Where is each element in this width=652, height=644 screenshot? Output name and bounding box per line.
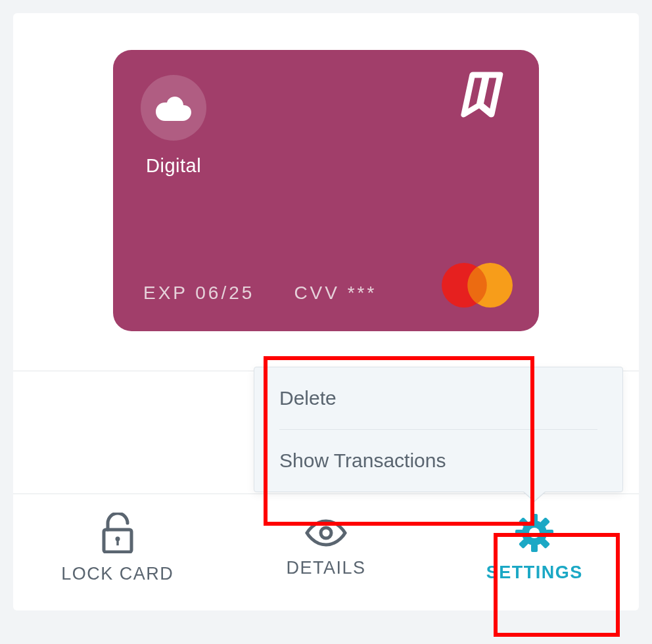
delete-option[interactable]: Delete xyxy=(254,367,622,429)
card-display-area: Digital EXP 06/25 CVV *** xyxy=(13,13,639,371)
actions-row: LOCK CARD DETAILS xyxy=(13,494,639,610)
lock-icon xyxy=(100,513,135,556)
show-transactions-option[interactable]: Show Transactions xyxy=(254,430,622,492)
settings-label: SETTINGS xyxy=(486,563,583,583)
digital-card: Digital EXP 06/25 CVV *** xyxy=(113,50,539,331)
card-type-label: Digital xyxy=(146,155,515,177)
mastercard-icon xyxy=(439,262,515,311)
settings-button[interactable]: SETTINGS xyxy=(431,494,639,610)
eye-icon xyxy=(304,518,348,550)
cloud-icon xyxy=(141,75,206,141)
svg-point-16 xyxy=(529,528,540,538)
card-bottom-row: EXP 06/25 CVV *** xyxy=(143,283,515,304)
details-button[interactable]: DETAILS xyxy=(221,494,430,610)
card-panel: Digital EXP 06/25 CVV *** AVA xyxy=(13,13,639,610)
brand-logo-icon xyxy=(456,71,517,121)
gear-icon xyxy=(515,514,553,555)
settings-popover: Delete Show Transactions xyxy=(254,367,623,492)
svg-rect-4 xyxy=(116,540,118,545)
lock-card-button[interactable]: LOCK CARD xyxy=(13,494,221,610)
details-label: DETAILS xyxy=(286,558,365,578)
lock-card-label: LOCK CARD xyxy=(61,564,174,584)
svg-point-5 xyxy=(321,528,331,538)
card-expiry: EXP 06/25 xyxy=(143,283,254,304)
card-cvv: CVV *** xyxy=(294,283,377,304)
